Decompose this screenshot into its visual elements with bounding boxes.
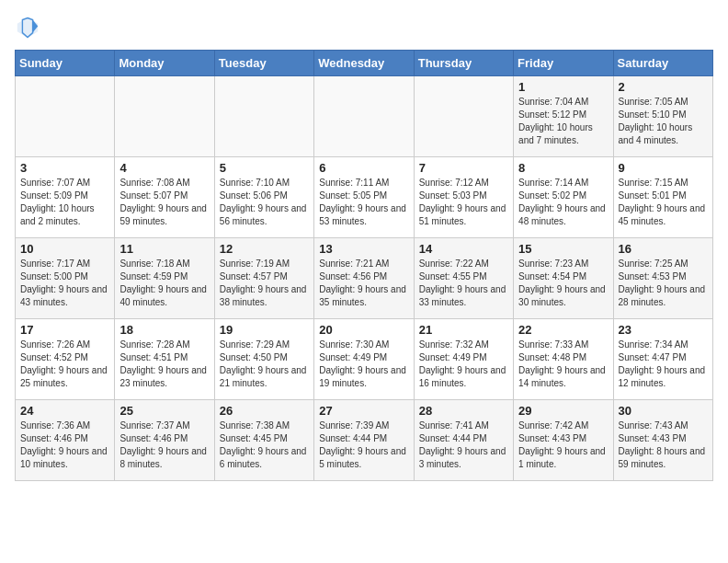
logo-icon xyxy=(15,15,40,40)
day-number: 17 xyxy=(20,323,109,337)
calendar-cell: 11Sunrise: 7:18 AM Sunset: 4:59 PM Dayli… xyxy=(115,238,214,319)
calendar-cell: 18Sunrise: 7:28 AM Sunset: 4:51 PM Dayli… xyxy=(115,319,214,400)
day-number: 25 xyxy=(119,404,209,418)
calendar-cell: 21Sunrise: 7:32 AM Sunset: 4:49 PM Dayli… xyxy=(414,319,513,400)
day-info: Sunrise: 7:30 AM Sunset: 4:49 PM Dayligh… xyxy=(319,339,408,390)
day-number: 26 xyxy=(220,404,309,418)
day-info: Sunrise: 7:18 AM Sunset: 4:59 PM Dayligh… xyxy=(119,258,209,309)
calendar-cell: 9Sunrise: 7:15 AM Sunset: 5:01 PM Daylig… xyxy=(613,157,712,238)
day-number: 4 xyxy=(119,161,209,175)
day-info: Sunrise: 7:19 AM Sunset: 4:57 PM Dayligh… xyxy=(220,258,309,309)
day-number: 18 xyxy=(119,323,209,337)
calendar-cell xyxy=(314,76,414,157)
day-info: Sunrise: 7:29 AM Sunset: 4:50 PM Dayligh… xyxy=(220,339,309,390)
day-number: 13 xyxy=(319,242,408,256)
day-info: Sunrise: 7:43 AM Sunset: 4:43 PM Dayligh… xyxy=(619,419,708,471)
day-number: 9 xyxy=(619,161,708,175)
day-info: Sunrise: 7:23 AM Sunset: 4:54 PM Dayligh… xyxy=(518,258,608,309)
day-info: Sunrise: 7:42 AM Sunset: 4:43 PM Dayligh… xyxy=(518,419,608,471)
day-info: Sunrise: 7:14 AM Sunset: 5:02 PM Dayligh… xyxy=(518,177,608,228)
calendar-cell: 26Sunrise: 7:38 AM Sunset: 4:45 PM Dayli… xyxy=(214,400,313,481)
day-info: Sunrise: 7:25 AM Sunset: 4:53 PM Dayligh… xyxy=(619,258,708,309)
calendar-cell: 29Sunrise: 7:42 AM Sunset: 4:43 PM Dayli… xyxy=(514,400,613,481)
calendar-cell: 28Sunrise: 7:41 AM Sunset: 4:44 PM Dayli… xyxy=(414,400,513,481)
day-number: 12 xyxy=(220,242,309,256)
day-info: Sunrise: 7:15 AM Sunset: 5:01 PM Dayligh… xyxy=(619,177,708,228)
weekday-header-monday: Monday xyxy=(115,51,214,76)
day-number: 8 xyxy=(518,161,608,175)
day-number: 15 xyxy=(518,242,608,256)
day-info: Sunrise: 7:37 AM Sunset: 4:46 PM Dayligh… xyxy=(119,419,209,471)
day-number: 2 xyxy=(619,80,708,94)
calendar-cell: 20Sunrise: 7:30 AM Sunset: 4:49 PM Dayli… xyxy=(314,319,414,400)
day-info: Sunrise: 7:11 AM Sunset: 5:05 PM Dayligh… xyxy=(319,177,408,228)
calendar-cell: 12Sunrise: 7:19 AM Sunset: 4:57 PM Dayli… xyxy=(214,238,313,319)
calendar-cell: 6Sunrise: 7:11 AM Sunset: 5:05 PM Daylig… xyxy=(314,157,414,238)
calendar-cell: 5Sunrise: 7:10 AM Sunset: 5:06 PM Daylig… xyxy=(214,157,313,238)
day-number: 27 xyxy=(319,404,408,418)
day-info: Sunrise: 7:07 AM Sunset: 5:09 PM Dayligh… xyxy=(20,177,109,228)
day-number: 21 xyxy=(419,323,508,337)
calendar-cell: 2Sunrise: 7:05 AM Sunset: 5:10 PM Daylig… xyxy=(613,76,712,157)
calendar-cell: 17Sunrise: 7:26 AM Sunset: 4:52 PM Dayli… xyxy=(16,319,115,400)
day-info: Sunrise: 7:12 AM Sunset: 5:03 PM Dayligh… xyxy=(419,177,508,228)
day-number: 28 xyxy=(419,404,508,418)
calendar-cell: 13Sunrise: 7:21 AM Sunset: 4:56 PM Dayli… xyxy=(314,238,414,319)
day-number: 16 xyxy=(619,242,708,256)
day-info: Sunrise: 7:33 AM Sunset: 4:48 PM Dayligh… xyxy=(518,339,608,390)
day-info: Sunrise: 7:36 AM Sunset: 4:46 PM Dayligh… xyxy=(20,419,109,471)
calendar-cell: 24Sunrise: 7:36 AM Sunset: 4:46 PM Dayli… xyxy=(16,400,115,481)
calendar-cell: 15Sunrise: 7:23 AM Sunset: 4:54 PM Dayli… xyxy=(514,238,613,319)
calendar-cell: 19Sunrise: 7:29 AM Sunset: 4:50 PM Dayli… xyxy=(214,319,313,400)
day-number: 1 xyxy=(518,80,608,94)
weekday-header-wednesday: Wednesday xyxy=(314,51,414,76)
weekday-header-thursday: Thursday xyxy=(414,51,513,76)
day-info: Sunrise: 7:34 AM Sunset: 4:47 PM Dayligh… xyxy=(619,339,708,390)
day-info: Sunrise: 7:26 AM Sunset: 4:52 PM Dayligh… xyxy=(20,339,109,390)
day-info: Sunrise: 7:10 AM Sunset: 5:06 PM Dayligh… xyxy=(220,177,309,228)
day-info: Sunrise: 7:04 AM Sunset: 5:12 PM Dayligh… xyxy=(518,96,608,147)
day-number: 3 xyxy=(20,161,109,175)
day-info: Sunrise: 7:41 AM Sunset: 4:44 PM Dayligh… xyxy=(419,419,508,471)
logo xyxy=(15,15,44,40)
calendar-cell: 14Sunrise: 7:22 AM Sunset: 4:55 PM Dayli… xyxy=(414,238,513,319)
day-info: Sunrise: 7:17 AM Sunset: 5:00 PM Dayligh… xyxy=(20,258,109,309)
calendar-cell xyxy=(214,76,313,157)
day-number: 5 xyxy=(220,161,309,175)
day-number: 7 xyxy=(419,161,508,175)
day-info: Sunrise: 7:22 AM Sunset: 4:55 PM Dayligh… xyxy=(419,258,508,309)
page-header xyxy=(15,15,713,40)
day-info: Sunrise: 7:38 AM Sunset: 4:45 PM Dayligh… xyxy=(220,419,309,471)
calendar-cell: 30Sunrise: 7:43 AM Sunset: 4:43 PM Dayli… xyxy=(613,400,712,481)
day-info: Sunrise: 7:08 AM Sunset: 5:07 PM Dayligh… xyxy=(119,177,209,228)
day-number: 20 xyxy=(319,323,408,337)
day-number: 14 xyxy=(419,242,508,256)
day-info: Sunrise: 7:39 AM Sunset: 4:44 PM Dayligh… xyxy=(319,419,408,471)
day-number: 30 xyxy=(619,404,708,418)
calendar-cell: 10Sunrise: 7:17 AM Sunset: 5:00 PM Dayli… xyxy=(16,238,115,319)
calendar-cell xyxy=(414,76,513,157)
calendar-cell: 1Sunrise: 7:04 AM Sunset: 5:12 PM Daylig… xyxy=(514,76,613,157)
calendar-cell: 25Sunrise: 7:37 AM Sunset: 4:46 PM Dayli… xyxy=(115,400,214,481)
day-info: Sunrise: 7:21 AM Sunset: 4:56 PM Dayligh… xyxy=(319,258,408,309)
day-number: 19 xyxy=(220,323,309,337)
day-info: Sunrise: 7:28 AM Sunset: 4:51 PM Dayligh… xyxy=(119,339,209,390)
day-number: 10 xyxy=(20,242,109,256)
calendar-cell: 8Sunrise: 7:14 AM Sunset: 5:02 PM Daylig… xyxy=(514,157,613,238)
calendar-cell: 3Sunrise: 7:07 AM Sunset: 5:09 PM Daylig… xyxy=(16,157,115,238)
day-info: Sunrise: 7:32 AM Sunset: 4:49 PM Dayligh… xyxy=(419,339,508,390)
calendar-cell: 27Sunrise: 7:39 AM Sunset: 4:44 PM Dayli… xyxy=(314,400,414,481)
day-number: 6 xyxy=(319,161,408,175)
calendar-cell: 16Sunrise: 7:25 AM Sunset: 4:53 PM Dayli… xyxy=(613,238,712,319)
calendar-cell xyxy=(16,76,115,157)
day-number: 22 xyxy=(518,323,608,337)
calendar-cell xyxy=(115,76,214,157)
calendar-table: SundayMondayTuesdayWednesdayThursdayFrid… xyxy=(15,50,713,481)
calendar-cell: 7Sunrise: 7:12 AM Sunset: 5:03 PM Daylig… xyxy=(414,157,513,238)
day-number: 29 xyxy=(518,404,608,418)
weekday-header-friday: Friday xyxy=(514,51,613,76)
day-number: 23 xyxy=(619,323,708,337)
weekday-header-saturday: Saturday xyxy=(613,51,712,76)
calendar-cell: 23Sunrise: 7:34 AM Sunset: 4:47 PM Dayli… xyxy=(613,319,712,400)
weekday-header-sunday: Sunday xyxy=(16,51,115,76)
